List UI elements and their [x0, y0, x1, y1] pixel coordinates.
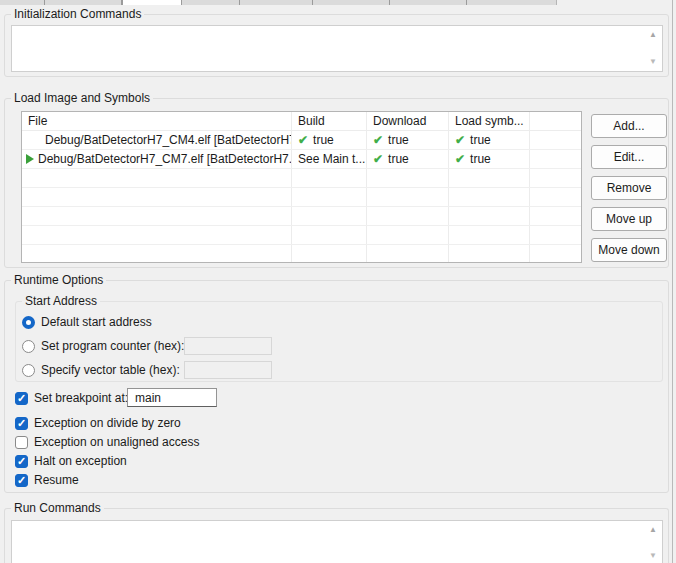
init-commands-label: Initialization Commands: [11, 7, 144, 21]
checkbox-resume[interactable]: Resume: [15, 472, 79, 488]
play-arrow-icon: [26, 154, 34, 164]
empty-cell[interactable]: [530, 150, 581, 168]
runtime-options-group: Runtime Options Start Address Default st…: [4, 280, 669, 493]
program-counter-field[interactable]: [184, 337, 272, 355]
start-address-group: Start Address Default start address Set …: [15, 301, 663, 382]
scroll-up-icon[interactable]: ▲: [649, 526, 657, 534]
radio-set-program-counter[interactable]: Set program counter (hex):: [22, 338, 184, 354]
column-header-file[interactable]: File: [22, 112, 292, 130]
move-down-button[interactable]: Move down: [591, 238, 667, 262]
column-header-load-symbols[interactable]: Load symb...: [449, 112, 530, 130]
build-cell[interactable]: See Main t...: [292, 150, 367, 168]
table-empty-row[interactable]: [22, 207, 581, 226]
table-header-row[interactable]: File Build Download Load symb...: [22, 112, 581, 131]
tab[interactable]: [240, 0, 313, 5]
tab[interactable]: [45, 0, 122, 5]
check-icon: ✔: [373, 152, 383, 166]
checkbox-label: Halt on exception: [34, 454, 127, 468]
checkbox-exception-unaligned-access[interactable]: Exception on unaligned access: [15, 434, 199, 450]
move-up-button[interactable]: Move up: [591, 207, 667, 231]
table-empty-row[interactable]: [22, 226, 581, 245]
table-row[interactable]: Debug/BatDetectorH7_CM7.elf [BatDetector…: [22, 150, 581, 169]
checkbox-icon[interactable]: [15, 392, 28, 405]
load-image-label: Load Image and Symbols: [11, 91, 153, 105]
check-icon: ✔: [298, 133, 308, 147]
load-symbols-value: true: [470, 133, 491, 147]
run-commands-textarea[interactable]: ▲ ▼: [11, 520, 663, 563]
add-button[interactable]: Add...: [591, 114, 667, 138]
breakpoint-input[interactable]: [127, 388, 217, 407]
radio-default-start-address[interactable]: Default start address: [22, 314, 152, 330]
init-commands-group: Initialization Commands ▲ ▼: [4, 14, 669, 77]
run-commands-group: Run Commands ▲ ▼: [4, 508, 669, 563]
checkbox-label: Resume: [34, 473, 79, 487]
column-header-empty[interactable]: [530, 112, 581, 130]
vector-table-field[interactable]: [184, 361, 272, 379]
edit-button[interactable]: Edit...: [591, 145, 667, 169]
scroll-down-icon[interactable]: ▼: [649, 552, 657, 560]
scroll-up-icon[interactable]: ▲: [649, 31, 657, 39]
download-cell[interactable]: ✔true: [367, 131, 449, 149]
checkbox-halt-on-exception[interactable]: Halt on exception: [15, 453, 127, 469]
build-value: true: [313, 133, 334, 147]
tab[interactable]: [313, 0, 390, 5]
radio-label: Default start address: [41, 315, 152, 329]
checkbox-icon[interactable]: [15, 417, 28, 430]
radio-specify-vector-table[interactable]: Specify vector table (hex):: [22, 362, 180, 378]
checkbox-icon[interactable]: [15, 474, 28, 487]
radio-label: Set program counter (hex):: [41, 339, 184, 353]
check-icon: ✔: [373, 133, 383, 147]
run-commands-label: Run Commands: [11, 501, 104, 515]
download-cell[interactable]: ✔true: [367, 150, 449, 168]
checkbox-icon[interactable]: [15, 436, 28, 449]
load-symbols-cell[interactable]: ✔true: [449, 131, 530, 149]
checkbox-icon[interactable]: [15, 455, 28, 468]
table-empty-row[interactable]: [22, 169, 581, 188]
table-empty-row[interactable]: [22, 188, 581, 207]
checkbox-label: Exception on unaligned access: [34, 435, 199, 449]
column-header-download[interactable]: Download: [367, 112, 449, 130]
load-symbols-value: true: [470, 152, 491, 166]
tab[interactable]: [0, 0, 45, 5]
startup-tab-page: Initialization Commands ▲ ▼ Load Image a…: [0, 0, 676, 563]
load-image-group: Load Image and Symbols File Build Downlo…: [4, 98, 669, 268]
checkbox-label: Exception on divide by zero: [34, 416, 181, 430]
panel-right-border: [672, 0, 673, 563]
radio-icon[interactable]: [22, 364, 35, 377]
tab-selected[interactable]: [122, 0, 182, 5]
build-cell[interactable]: ✔true: [292, 131, 367, 149]
radio-label: Specify vector table (hex):: [41, 363, 180, 377]
init-commands-textarea[interactable]: ▲ ▼: [11, 25, 663, 72]
start-address-label: Start Address: [22, 294, 100, 308]
empty-cell[interactable]: [530, 131, 581, 149]
runtime-options-label: Runtime Options: [11, 273, 106, 287]
checkbox-set-breakpoint[interactable]: Set breakpoint at:: [15, 390, 128, 406]
file-cell[interactable]: Debug/BatDetectorH7_CM7.elf [BatDetector…: [22, 150, 292, 168]
check-icon: ✔: [455, 152, 465, 166]
table-row[interactable]: Debug/BatDetectorH7_CM4.elf [BatDetector…: [22, 131, 581, 150]
table-empty-row[interactable]: [22, 245, 581, 263]
download-value: true: [388, 152, 409, 166]
column-header-build[interactable]: Build: [292, 112, 367, 130]
download-value: true: [388, 133, 409, 147]
tab-strip: [0, 0, 676, 5]
radio-icon[interactable]: [22, 316, 35, 329]
file-value: Debug/BatDetectorH7_CM7.elf [BatDetector…: [38, 150, 291, 168]
checkbox-label: Set breakpoint at:: [34, 391, 128, 405]
tab[interactable]: [467, 0, 557, 5]
scroll-down-icon[interactable]: ▼: [649, 58, 657, 66]
remove-button[interactable]: Remove: [591, 176, 667, 200]
tab[interactable]: [390, 0, 467, 5]
file-cell[interactable]: Debug/BatDetectorH7_CM4.elf [BatDetector…: [22, 131, 292, 149]
checkbox-exception-divide-by-zero[interactable]: Exception on divide by zero: [15, 415, 181, 431]
load-image-table[interactable]: File Build Download Load symb... Debug/B…: [21, 111, 582, 263]
check-icon: ✔: [455, 133, 465, 147]
tab[interactable]: [182, 0, 240, 5]
load-symbols-cell[interactable]: ✔true: [449, 150, 530, 168]
radio-icon[interactable]: [22, 340, 35, 353]
